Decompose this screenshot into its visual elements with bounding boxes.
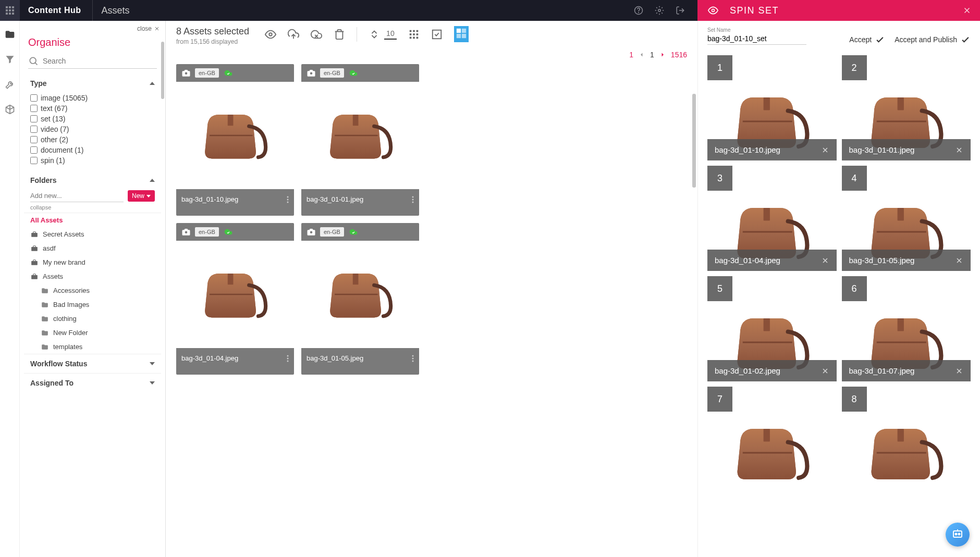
folder-item[interactable]: clothing [24,312,161,326]
scrollbar[interactable] [161,42,164,99]
select-mode-icon[interactable] [431,29,443,40]
page-first[interactable]: 1 [629,51,633,59]
selection-active-icon[interactable] [454,26,469,42]
accept-button[interactable]: Accept [849,34,885,45]
asset-card[interactable]: en-GB bag-3d_01-04.jpeg [176,223,294,375]
asset-card[interactable]: en-GB bag-3d_01-05.jpeg [301,223,419,375]
type-section-header[interactable]: Type [24,74,161,93]
close-organise[interactable]: close [20,21,165,32]
more-icon[interactable] [412,196,414,203]
type-label: video (7) [41,125,69,133]
accept-publish-label: Accept and Publish [895,35,957,44]
close-panel-icon[interactable] [962,6,972,15]
set-name-input[interactable] [707,33,806,45]
type-checkbox[interactable] [30,136,38,143]
type-filter-item[interactable]: spin (1) [30,155,155,166]
folder-item[interactable]: My new brand [24,255,161,269]
type-filter-item[interactable]: text (67) [30,103,155,114]
delete-icon[interactable] [334,29,345,40]
accept-publish-button[interactable]: Accept and Publish [895,34,971,45]
logout-icon[interactable] [676,6,685,15]
upload-icon[interactable] [288,29,299,40]
tools-rail-icon[interactable] [5,79,15,90]
add-folder-input[interactable] [30,190,124,202]
spin-item[interactable]: 8 [842,387,971,492]
spin-item[interactable]: 1 bag-3d_01-10.jpeg [707,55,837,160]
folder-item[interactable]: Secret Assets [24,227,161,241]
folder-item[interactable]: All Assets [24,213,161,227]
folders-section-header[interactable]: Folders [24,171,161,190]
sort-icon[interactable] [369,29,380,40]
help-icon[interactable] [634,6,643,15]
type-filter-item[interactable]: video (7) [30,124,155,134]
grid-view-icon[interactable] [408,29,420,40]
spin-item-name: bag-3d_01-02.jpeg [715,366,780,375]
cloud-remove-icon[interactable] [311,29,322,40]
type-label: text (67) [41,104,67,113]
cube-rail-icon[interactable] [5,104,15,115]
type-filter-item[interactable]: image (15065) [30,93,155,103]
workflow-section-header[interactable]: Workflow Status [24,354,161,373]
preview-icon[interactable] [265,29,276,40]
settings-icon[interactable] [655,6,664,15]
spin-item[interactable]: 7 [707,387,837,492]
type-checkbox[interactable] [30,94,38,102]
folder-item[interactable]: Assets [24,269,161,283]
type-filter-item[interactable]: document (1) [30,145,155,155]
apps-menu-button[interactable] [0,0,20,21]
svg-rect-13 [416,30,418,32]
page-prev-icon[interactable] [639,52,645,58]
spin-item-name: bag-3d_01-01.jpeg [849,145,915,154]
folder-item[interactable]: templates [24,340,161,354]
spin-item[interactable]: 6 bag-3d_01-07.jpeg [842,276,971,381]
filter-rail-icon[interactable] [5,54,15,65]
spin-item[interactable]: 5 bag-3d_01-02.jpeg [707,276,837,381]
page-next-icon[interactable] [659,52,666,58]
type-checkbox[interactable] [30,126,38,133]
remove-icon[interactable] [821,256,829,265]
asset-card[interactable]: en-GB bag-3d_01-10.jpeg [176,64,294,216]
folder-rail-icon[interactable] [5,29,15,40]
cloud-published-icon [223,228,234,236]
more-icon[interactable] [287,196,289,203]
type-checkbox[interactable] [30,105,38,112]
spin-item[interactable]: 3 bag-3d_01-04.jpeg [707,166,837,271]
assigned-section-header[interactable]: Assigned To [24,373,161,392]
more-icon[interactable] [287,355,289,362]
svg-point-33 [185,231,188,234]
more-icon[interactable] [412,355,414,362]
page-total[interactable]: 1516 [671,51,687,59]
page-size-input[interactable]: 10 [384,29,397,40]
remove-icon[interactable] [955,256,963,265]
folder-label: Accessories [53,287,90,294]
folder-item[interactable]: Accessories [24,283,161,298]
remove-icon[interactable] [821,146,829,154]
folder-item[interactable]: asdf [24,241,161,255]
svg-point-28 [287,201,289,203]
type-filter-item[interactable]: other (2) [30,134,155,145]
asset-card[interactable]: en-GB bag-3d_01-01.jpeg [301,64,419,216]
type-filter-item[interactable]: set (13) [30,114,155,124]
search-field[interactable] [28,56,157,69]
chat-bubble-button[interactable] [946,523,970,547]
search-input[interactable] [43,57,157,65]
remove-icon[interactable] [821,367,829,375]
new-folder-button[interactable]: New [128,190,155,202]
collapse-link[interactable]: collapse [24,204,161,213]
folder-item[interactable]: New Folder [24,326,161,340]
remove-icon[interactable] [955,146,963,154]
spin-set-header: SPIN SET [697,0,980,21]
folder-item[interactable]: Bad Images [24,298,161,312]
svg-rect-14 [409,33,411,35]
check-icon [960,34,971,45]
type-checkbox[interactable] [30,157,38,164]
remove-icon[interactable] [955,367,963,375]
type-checkbox[interactable] [30,146,38,154]
scrollbar[interactable] [692,94,696,188]
svg-point-40 [412,360,414,362]
spin-item[interactable]: 4 bag-3d_01-05.jpeg [842,166,971,271]
svg-point-43 [959,534,960,535]
preview-icon[interactable] [706,5,720,16]
spin-item[interactable]: 2 bag-3d_01-01.jpeg [842,55,971,160]
type-checkbox[interactable] [30,115,38,122]
